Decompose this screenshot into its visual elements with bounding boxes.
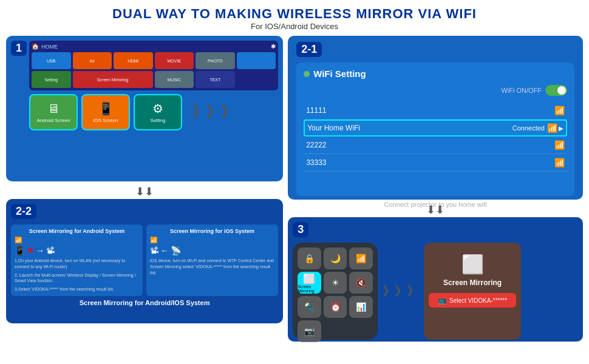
ctrl-brightness[interactable]: ☀ xyxy=(324,272,347,294)
wifi-icon-ios: 📶 xyxy=(150,237,274,243)
step3-badge: 3 xyxy=(293,222,308,237)
android-label: Android Screen xyxy=(36,118,70,123)
wifi-status-2: Connected xyxy=(512,124,545,132)
phone-icon: 📱 xyxy=(15,246,25,255)
wifi-toggle-switch[interactable] xyxy=(545,85,567,96)
wifi-setting-label: WiFi Setting xyxy=(313,69,366,79)
android-text3: 3.Select 'VIDOKA-*****' from the searchi… xyxy=(15,286,139,292)
wifi-toggle-label: WiFi ON/OFF xyxy=(501,87,542,94)
android-mirroring-panel: Screen Mirroring for Android System 📶 📱 … xyxy=(11,224,143,296)
ios-device-row: 📽 ← 📡 xyxy=(150,246,274,255)
ios-mirroring-panel: Screen Mirroring for iOS System 📶 📽 ← 📡 … xyxy=(146,224,278,296)
ctrl-flashlight[interactable]: 🔦 xyxy=(298,296,321,318)
ctrl-camera[interactable]: 📷 xyxy=(298,320,321,342)
step22-badge: 2-2 xyxy=(11,204,36,219)
wifi-panel-inner: WiFi Setting WiFi ON/OFF 11111 📶 Your Ho… xyxy=(296,62,574,196)
screen-mirror-ctrl-label: Screen Mirroring xyxy=(298,285,321,293)
screen-mirror-title: Screen Mirroring xyxy=(443,278,502,287)
ctrl-screen-mirror[interactable]: ⬜ Screen Mirroring xyxy=(298,272,321,294)
step1-panel: 1 🏠 HOME ✱ USB Air HDMI MOVIE xyxy=(6,36,283,181)
control-grid: 🔒 🌙 📶 ⬜ Screen Mirroring ☀ 🔇 🔦 ⏰ 📊 xyxy=(298,248,373,342)
mini-home-screen: 🏠 HOME ✱ USB Air HDMI MOVIE PHOTO Settin… xyxy=(29,41,278,90)
down-arrows-3: ⬇⬇ xyxy=(288,204,583,215)
wifi-network-4[interactable]: 33333 📶 xyxy=(304,154,567,172)
step22-panel: 2-2 Screen Mirroring for Android System … xyxy=(6,199,283,323)
home-label: HOME xyxy=(41,44,58,50)
step3-inner: 🔒 🌙 📶 ⬜ Screen Mirroring ☀ 🔇 🔦 ⏰ 📊 xyxy=(293,243,578,340)
step22-caption: Screen Mirroring for Android/IOS System xyxy=(11,299,278,306)
wifi-signal-4: 📶 xyxy=(554,158,565,167)
ios-icon: 📱 xyxy=(98,101,114,116)
tile-empty xyxy=(237,52,276,69)
wifi-setting-header: WiFi Setting xyxy=(304,69,567,79)
step22-inner: Screen Mirroring for Android System 📶 📱 … xyxy=(11,224,278,296)
tile-photo: PHOTO xyxy=(196,52,235,69)
tile-screen-mirroring: Screen Mirroring xyxy=(73,71,153,88)
x-icon: ✕ xyxy=(27,246,34,255)
step1-icon-row: 🖥 Android Screen 📱 iOS Screen ⚙ Setting xyxy=(29,94,278,130)
ctrl-mute[interactable]: 🔇 xyxy=(349,272,373,294)
wifi-name-2: Your Home WiFi xyxy=(307,124,360,132)
vidoka-select-btn[interactable]: 📺 Select VIDOKA-****** xyxy=(429,293,516,308)
home-icon: 🏠 xyxy=(32,43,39,50)
setting-btn[interactable]: ⚙ Setting xyxy=(134,94,182,130)
tile-music: MUSIC xyxy=(155,71,194,88)
sub-title: For IOS/Android Devices xyxy=(0,22,589,31)
wifi-signal-2: 📶 xyxy=(547,123,557,133)
android-icon: 🖥 xyxy=(47,102,60,116)
main-title: DUAL WAY TO MAKING WIRELESS MIRROR VIA W… xyxy=(0,0,589,22)
android-screen-btn[interactable]: 🖥 Android Screen xyxy=(29,94,78,130)
home-grid: USB Air HDMI MOVIE PHOTO Setting Screen … xyxy=(32,52,276,88)
setting-label: Setting xyxy=(151,118,166,123)
ctrl-clock[interactable]: ⏰ xyxy=(324,296,347,318)
tile-usb: USB xyxy=(32,52,71,69)
down-arrows-22: ⬇⬇ xyxy=(6,186,283,197)
wifi-name-4: 33333 xyxy=(306,158,326,167)
router-icon: 📡 xyxy=(171,246,181,255)
ctrl-lock[interactable]: 🔒 xyxy=(298,248,321,269)
wifi-network-1[interactable]: 11111 📶 xyxy=(304,102,567,120)
apple-tv-icon: 📺 xyxy=(438,296,447,305)
ctrl-moon[interactable]: 🌙 xyxy=(324,248,347,269)
wifi-icon-android: 📶 xyxy=(15,237,139,243)
step3-arrow: 》》》 xyxy=(383,283,419,300)
android-mirroring-title: Screen Mirroring for Android System xyxy=(15,228,139,234)
step3-panel: 3 🔒 🌙 📶 ⬜ Screen Mirroring xyxy=(288,217,583,342)
ios-mirroring-title: Screen Mirroring for iOS System xyxy=(150,228,274,234)
setting-icon: ⚙ xyxy=(152,101,163,116)
tile-setting: Setting xyxy=(32,71,71,88)
step1-badge: 1 xyxy=(11,41,27,56)
wifi-toggle-row: WiFi ON/OFF xyxy=(304,85,567,96)
ctrl-calc[interactable]: 📊 xyxy=(349,296,373,318)
tile-hdmi: HDMI xyxy=(114,52,153,69)
android-device-row: 📱 ✕ → 📽 xyxy=(15,246,139,255)
wifi-name-3: 22222 xyxy=(306,141,326,149)
ios-screen-btn[interactable]: 📱 iOS Screen xyxy=(81,94,130,130)
right-arrow-icon: → xyxy=(36,246,44,255)
projector-icon: 📽 xyxy=(46,246,55,255)
android-text1: 1.On your Android device, turn on WLAN (… xyxy=(15,258,139,270)
screen-mirroring-panel: ⬜ Screen Mirroring 📺 Select VIDOKA-*****… xyxy=(424,243,521,340)
screen-mirror-symbol: ⬜ xyxy=(461,254,484,275)
ctrl-wifi[interactable]: 📶 xyxy=(349,248,373,269)
wifi-status-dot xyxy=(304,71,310,77)
projector2-icon: 📽 xyxy=(150,246,158,255)
ios-control-center: 🔒 🌙 📶 ⬜ Screen Mirroring ☀ 🔇 🔦 ⏰ 📊 xyxy=(293,243,378,340)
wifi-signal-3: 📶 xyxy=(554,140,565,150)
tile-text: TEXT xyxy=(196,71,235,88)
step21-badge: 2-1 xyxy=(296,42,322,57)
tile-air: Air xyxy=(73,52,112,69)
left-arrow-icon: ← xyxy=(160,246,169,255)
tile-movie: MOVIE xyxy=(155,52,194,69)
ios-text: iOS device, turn on Wi-Fi and connect to… xyxy=(150,258,274,275)
wifi-network-2-selected[interactable]: Your Home WiFi Connected 📶 ▶ xyxy=(304,120,567,136)
vidoka-label: Select VIDOKA-****** xyxy=(449,297,507,304)
wifi-name-1: 11111 xyxy=(306,106,326,115)
ios-label: iOS Screen xyxy=(94,118,118,123)
step21-panel: 2-1 WiFi Setting WiFi ON/OFF 11111 📶 xyxy=(288,36,583,200)
step3-caption: Choose Screen Mirroring on Your Phone xyxy=(293,343,578,350)
screen-mirror-icon: ⬜ xyxy=(303,273,315,285)
android-text2: 2. Launch the Multi-screen/ Wireless Dis… xyxy=(15,272,139,285)
wifi-network-3[interactable]: 22222 📶 xyxy=(304,136,567,154)
wifi-arrow-2: ▶ xyxy=(559,125,563,132)
